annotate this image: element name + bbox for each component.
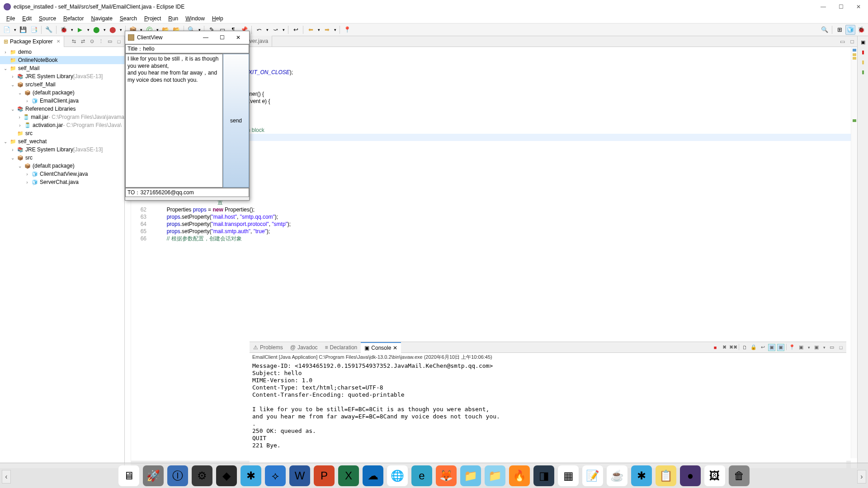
maximize-panel-button[interactable]: □: [837, 344, 844, 351]
client-close-button[interactable]: ✕: [230, 31, 246, 44]
display-selected-button[interactable]: ▣: [797, 344, 805, 351]
console-output[interactable]: Message-ID: <1493465192.0.1591754937352.…: [250, 361, 846, 468]
close-icon[interactable]: ✕: [393, 345, 397, 351]
tree-item[interactable]: ⌄📦src/self_Mail: [0, 80, 124, 89]
prev-annotation-button[interactable]: ⤺: [254, 25, 264, 35]
run-button[interactable]: ▶: [75, 25, 85, 35]
dock-app[interactable]: ●: [680, 465, 701, 486]
menu-source[interactable]: Source: [36, 14, 59, 23]
maximize-editor-button[interactable]: □: [848, 38, 856, 46]
link-editor-button[interactable]: ⇄: [79, 38, 86, 45]
dock-app[interactable]: P: [314, 465, 335, 486]
dock-app[interactable]: 🦊: [436, 465, 457, 486]
dock-app[interactable]: ⟡: [265, 465, 286, 486]
dock-app[interactable]: 🌐: [387, 465, 408, 486]
collapse-all-button[interactable]: ⇆: [70, 38, 77, 45]
dropdown-icon[interactable]: ▾: [86, 25, 90, 35]
client-titlebar[interactable]: ClientView — ☐ ✕: [125, 31, 249, 44]
focus-button[interactable]: ⊙: [88, 38, 95, 45]
menu-project[interactable]: Project: [142, 14, 164, 23]
dock-app[interactable]: ☁: [363, 465, 383, 486]
dropdown-icon[interactable]: ▾: [118, 25, 123, 35]
bottom-tab-problems[interactable]: ⚠Problems: [250, 342, 287, 353]
dock-app[interactable]: ✱: [241, 465, 261, 486]
dock-app[interactable]: ◆: [216, 465, 237, 486]
minimize-view-button[interactable]: ▭: [106, 38, 113, 45]
back-button[interactable]: ⬅: [306, 25, 316, 35]
tree-item[interactable]: ⌄📁self_Mail: [0, 64, 124, 72]
task-list-icon[interactable]: ▮: [859, 48, 867, 56]
bottom-tab-declaration[interactable]: ≡Declaration: [321, 342, 361, 353]
dock-app[interactable]: 📁: [460, 465, 481, 486]
menu-search[interactable]: Search: [117, 14, 140, 23]
java-perspective-button[interactable]: 🧊: [845, 25, 855, 35]
client-minimize-button[interactable]: —: [198, 31, 214, 44]
tree-item[interactable]: ⌄📦(default package): [0, 89, 124, 97]
body-textarea[interactable]: [125, 54, 223, 188]
debug-button[interactable]: 🐞: [59, 25, 69, 35]
debug-perspective-button[interactable]: 🐞: [856, 25, 866, 35]
show-console-on-out-button[interactable]: ▣: [768, 344, 775, 351]
save-button[interactable]: 💾: [18, 25, 28, 35]
maximize-view-button[interactable]: □: [115, 38, 123, 45]
clear-console-button[interactable]: 🗋: [741, 344, 748, 351]
dropdown-icon[interactable]: ▾: [13, 25, 17, 35]
tree-item[interactable]: 📁OnlineNoteBook: [0, 56, 124, 64]
view-menu-button[interactable]: ⋮: [97, 38, 104, 45]
dropdown-icon[interactable]: ▾: [265, 25, 269, 35]
tree-item[interactable]: ›🫙mail.jar - C:\Program Files\Java\javam…: [0, 113, 124, 121]
dropdown-icon[interactable]: ▾: [102, 25, 107, 35]
quick-access-button[interactable]: 🔍: [820, 25, 830, 35]
dock-app[interactable]: W: [289, 465, 310, 486]
client-maximize-button[interactable]: ☐: [214, 31, 230, 44]
dock-app[interactable]: Ⓘ: [167, 465, 188, 486]
dock-app[interactable]: X: [338, 465, 359, 486]
dock-app[interactable]: 🖼: [704, 465, 725, 486]
new-button[interactable]: 📄: [2, 25, 12, 35]
title-input[interactable]: [125, 44, 249, 53]
tree-item[interactable]: ⌄📚Referenced Libraries: [0, 105, 124, 113]
tree-item[interactable]: ⌄📦src: [0, 154, 124, 162]
tree-item[interactable]: ›📁demo: [0, 48, 124, 56]
close-icon[interactable]: ✕: [57, 39, 60, 44]
menu-file[interactable]: File: [4, 14, 18, 23]
dock-app[interactable]: ⚙: [192, 465, 212, 486]
minimize-editor-button[interactable]: ▭: [838, 38, 846, 46]
dock-app[interactable]: ☕: [607, 465, 627, 486]
menu-refactor[interactable]: Refactor: [61, 14, 86, 23]
outline-icon[interactable]: ▮: [859, 58, 867, 66]
tree-item[interactable]: ›🫙activation.jar - C:\Program Files\Java…: [0, 121, 124, 129]
menu-run[interactable]: Run: [165, 14, 181, 23]
package-explorer-tab[interactable]: ⊞ Package Explorer ✕: [0, 36, 64, 47]
dock-app[interactable]: 📝: [582, 465, 603, 486]
menu-window[interactable]: Window: [183, 14, 208, 23]
package-tree[interactable]: ›📁demo📁OnlineNoteBook⌄📁self_Mail›📚JRE Sy…: [0, 47, 124, 468]
tree-item[interactable]: ›📚JRE System Library [JavaSE-13]: [0, 145, 124, 154]
pin-editor-button[interactable]: 📍: [342, 25, 352, 35]
tool-button[interactable]: 🔧: [44, 25, 54, 35]
open-console-button[interactable]: ▣: [813, 344, 820, 351]
dropdown-icon[interactable]: ▾: [316, 25, 321, 35]
tree-item[interactable]: 📁src: [0, 129, 124, 137]
maximize-button[interactable]: ☐: [839, 4, 844, 10]
bottom-tab-console[interactable]: ▣Console✕: [361, 342, 401, 353]
dropdown-icon[interactable]: ▾: [822, 344, 826, 351]
pin-console-button[interactable]: 📍: [788, 344, 796, 351]
tree-item[interactable]: ›🧊ServerChat.java: [0, 178, 124, 186]
menu-help[interactable]: Help: [209, 14, 226, 23]
dock-app[interactable]: e: [411, 465, 432, 486]
dock-next-button[interactable]: ›: [857, 470, 866, 483]
dock-app[interactable]: 🔥: [509, 465, 530, 486]
dock-app[interactable]: ✱: [631, 465, 652, 486]
to-input[interactable]: [125, 188, 249, 197]
restore-icon[interactable]: ▣: [859, 38, 867, 46]
dock-prev-button[interactable]: ‹: [2, 470, 11, 483]
bottom-tab-javadoc[interactable]: @Javadoc: [287, 342, 321, 353]
dropdown-icon[interactable]: ▾: [70, 25, 74, 35]
dropdown-icon[interactable]: ▾: [807, 344, 811, 351]
tree-item[interactable]: ›📚JRE System Library [JavaSE-13]: [0, 72, 124, 80]
remove-all-button[interactable]: ✖✖: [730, 344, 737, 351]
tree-item[interactable]: ›🧊EmailClient.java: [0, 97, 124, 105]
dock-app[interactable]: ▦: [558, 465, 579, 486]
scroll-lock-button[interactable]: 🔒: [750, 344, 757, 351]
